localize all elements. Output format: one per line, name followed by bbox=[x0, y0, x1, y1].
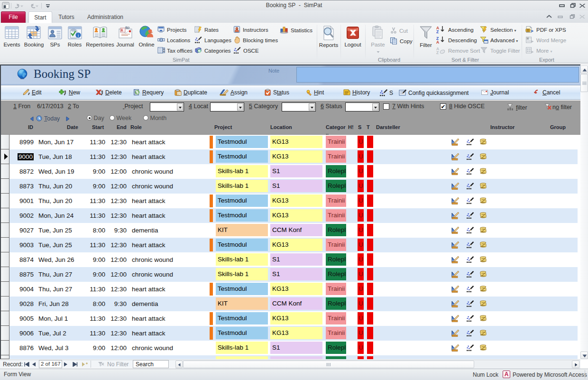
svg-text:Z: Z bbox=[436, 50, 439, 55]
svg-text:?: ? bbox=[199, 49, 201, 52]
svg-text:i: i bbox=[78, 33, 79, 38]
svg-text:Z: Z bbox=[436, 29, 439, 34]
svg-text:A: A bbox=[436, 40, 439, 44]
